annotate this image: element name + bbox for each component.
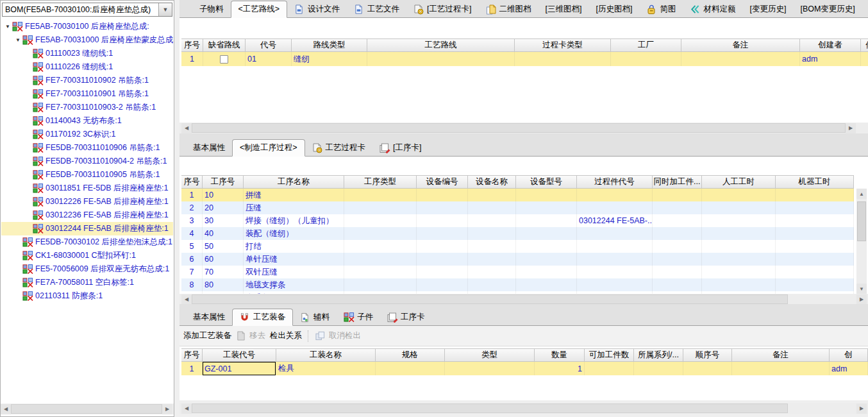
tab-design-files[interactable]: 设计文件	[287, 1, 347, 17]
cell[interactable]: adm	[830, 362, 868, 375]
cell[interactable]	[417, 227, 468, 240]
cell[interactable]	[702, 227, 776, 240]
tab-process-tooling[interactable]: 工艺装备	[232, 309, 293, 326]
table-row[interactable]: 101缝纫adm	[181, 52, 868, 66]
cell[interactable]	[417, 253, 468, 266]
tab-basic-properties[interactable]: 基本属性	[186, 140, 232, 156]
cell[interactable]	[516, 266, 577, 278]
cell[interactable]: adm	[800, 52, 861, 66]
cell[interactable]	[516, 278, 577, 291]
column-header[interactable]: 工艺路线	[367, 39, 515, 51]
table-row[interactable]: 550打结	[181, 240, 854, 253]
cell[interactable]: 10	[203, 189, 244, 201]
tree-item[interactable]: 01110023 缝纫线:1	[1, 47, 173, 60]
cell[interactable]	[417, 201, 468, 214]
tab-child-parts[interactable]: 子件	[337, 309, 380, 325]
cell[interactable]	[577, 201, 653, 214]
cell[interactable]	[468, 227, 516, 240]
cell[interactable]	[776, 266, 854, 278]
cell[interactable]	[344, 189, 417, 201]
table-row[interactable]: 440装配（缝纫）	[181, 227, 854, 240]
cell[interactable]: 40	[203, 227, 244, 240]
scroll-left-icon[interactable]: ◀	[181, 123, 192, 133]
table-row[interactable]: 220压缝	[181, 201, 854, 214]
tree-item[interactable]: 01110226 缝纫线:1	[1, 60, 173, 74]
cell[interactable]	[417, 214, 468, 227]
cell[interactable]	[653, 189, 702, 201]
column-header[interactable]: 规格	[376, 349, 445, 361]
column-header[interactable]: 工厂	[611, 39, 681, 51]
table-row[interactable]: 660单针压缝	[181, 253, 854, 266]
column-header[interactable]: 可加工件数	[585, 349, 634, 361]
cell[interactable]	[653, 227, 702, 240]
cell[interactable]: 地毯支撑条	[244, 278, 344, 291]
tab-process-route[interactable]: <工艺路线>	[231, 1, 288, 18]
cell[interactable]	[653, 201, 702, 214]
cell[interactable]	[776, 240, 854, 253]
scroll-right-icon[interactable]: ▶	[846, 123, 856, 133]
cell[interactable]: 单针压缝	[244, 253, 344, 266]
scroll-right-icon[interactable]: ▶	[856, 294, 867, 305]
cell[interactable]	[344, 278, 417, 291]
scroll-up-icon[interactable]: ▲	[856, 189, 867, 199]
cell[interactable]: 4	[181, 227, 203, 240]
cell[interactable]	[776, 278, 854, 291]
cell[interactable]	[468, 266, 516, 278]
cell[interactable]: 1	[535, 362, 585, 375]
cell[interactable]	[417, 266, 468, 278]
cell[interactable]	[344, 253, 417, 266]
cell[interactable]: 30	[203, 214, 244, 227]
cell[interactable]	[702, 214, 776, 227]
table-row[interactable]: 330焊接（缝纫）（儿童扣）03012244 FE-5AB-...	[181, 214, 854, 227]
tree-item[interactable]: FE5DB-700311010906 吊筋条:1	[1, 141, 173, 155]
cell[interactable]	[577, 189, 653, 201]
tree-item[interactable]: 01170192 3C标识:1	[1, 128, 173, 141]
cell[interactable]	[776, 253, 854, 266]
tree-item[interactable]: FE7A-70058011 空白标签:1	[1, 276, 173, 289]
table-row[interactable]: 770双针压缝	[181, 266, 854, 278]
tree-item[interactable]: 03011851 FE-5DB 后排座椅座垫:1	[1, 182, 173, 195]
cell[interactable]: 5	[181, 240, 203, 253]
cell[interactable]	[776, 189, 854, 201]
column-header[interactable]: 工序类型	[344, 176, 417, 188]
cell[interactable]	[516, 189, 577, 201]
column-header[interactable]: 工序号	[203, 176, 244, 188]
column-header[interactable]: 修	[861, 39, 868, 51]
tab-process-files[interactable]: 工艺文件	[347, 1, 406, 17]
tree-item[interactable]: 01140043 无纺布条:1	[1, 114, 173, 128]
cell[interactable]	[653, 253, 702, 266]
cell[interactable]	[516, 240, 577, 253]
cell[interactable]	[203, 52, 246, 66]
cell[interactable]: 01	[246, 52, 292, 66]
column-header[interactable]: 所属系列/...	[634, 349, 683, 361]
cell[interactable]	[653, 240, 702, 253]
tree-horizontal-scrollbar[interactable]: ◀ ▶	[1, 404, 174, 414]
cell[interactable]	[516, 201, 577, 214]
cell[interactable]	[468, 201, 516, 214]
tab-sketch[interactable]: 简图	[639, 1, 683, 17]
cell[interactable]	[445, 362, 535, 375]
tree-item[interactable]: FE5-70056009 后排双座无纺布总成:1	[1, 262, 173, 276]
scroll-thumb[interactable]	[192, 404, 788, 413]
cell[interactable]	[577, 227, 653, 240]
column-header[interactable]: 序号	[181, 39, 203, 51]
table-row[interactable]: 1GZ-001检具1adm	[181, 362, 868, 375]
cell[interactable]: 70	[203, 266, 244, 278]
tab-process-card[interactable]: 工艺过程卡	[305, 140, 373, 156]
tab-change-history[interactable]: [变更历史]	[742, 1, 793, 17]
column-header[interactable]: 设备编号	[417, 176, 468, 188]
cell[interactable]	[367, 52, 515, 66]
tab-operation-card[interactable]: 工序卡	[380, 309, 432, 325]
cell[interactable]	[776, 214, 854, 227]
cell[interactable]	[516, 253, 577, 266]
cell[interactable]: 检具	[276, 362, 376, 375]
tree-item[interactable]: 03012244 FE-5AB 后排座椅座垫:1	[1, 222, 173, 235]
column-header[interactable]: 设备名称	[468, 176, 516, 188]
tab-sub-parts[interactable]: 子物料	[192, 1, 231, 17]
cell[interactable]	[577, 278, 653, 291]
cell[interactable]: 缝纫	[292, 52, 367, 66]
column-header[interactable]: 缺省路线	[203, 39, 246, 51]
add-tooling-button[interactable]: 添加工艺装备	[183, 330, 231, 341]
tree-item[interactable]: 03012226 FE-5AB 后排座椅座垫:1	[1, 195, 173, 208]
checkout-relation-button[interactable]: 检出关系	[270, 330, 302, 341]
